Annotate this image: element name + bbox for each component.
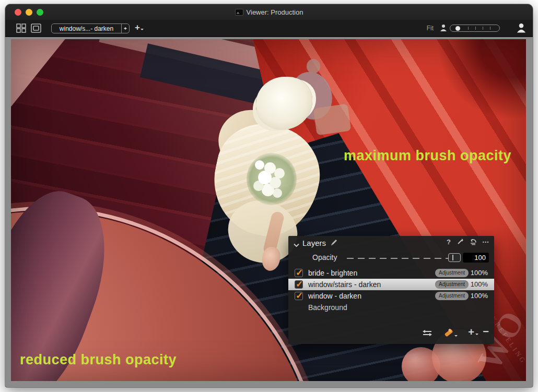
caret-down-icon xyxy=(475,334,478,337)
person-large-icon[interactable] xyxy=(516,22,527,33)
layers-panel-header: Layers ? ⋯ xyxy=(288,236,494,250)
grid-view-icon[interactable] xyxy=(16,23,27,33)
layer-name: bride - brighten xyxy=(308,269,357,277)
caret-down-icon xyxy=(141,29,144,32)
zoom-slider-ticks xyxy=(468,27,490,30)
viewer-window: Viewer: Production window/s...- darken +… xyxy=(5,4,533,387)
layer-row-background[interactable]: Background xyxy=(288,302,494,313)
layer-opacity: 100% xyxy=(471,269,488,277)
layers-panel: Layers ? ⋯ xyxy=(288,236,494,344)
eraser-icon[interactable] xyxy=(443,328,453,340)
copy-adjustments-icon[interactable] xyxy=(422,328,432,340)
window-title: Viewer: Production xyxy=(247,8,303,16)
active-layer-value: window/s...- darken xyxy=(52,25,121,32)
layer-row[interactable]: bride - brighten Adjustment 100% xyxy=(288,267,494,279)
layer-name: window/stairs - darken xyxy=(308,280,381,289)
caret-down-icon xyxy=(454,335,458,338)
fit-zoom-button[interactable]: Fit xyxy=(427,25,434,32)
layer-list: bride - brighten Adjustment 100% window/… xyxy=(288,267,494,313)
layer-name: window - darken xyxy=(308,292,361,300)
layer-visibility-checkbox[interactable] xyxy=(295,292,303,300)
zoom-button[interactable] xyxy=(37,9,43,16)
opacity-slider-handle[interactable] xyxy=(448,253,461,262)
detach-panel-icon[interactable] xyxy=(456,238,464,246)
add-layer-icon[interactable]: + xyxy=(468,326,474,338)
toolbar: window/s...- darken + Fit xyxy=(5,20,533,37)
opacity-value-field[interactable]: 100 xyxy=(463,253,489,263)
zoom-slider-knob[interactable] xyxy=(455,26,460,31)
layer-type-badge: Adjustment xyxy=(435,280,469,289)
layer-type-badge: Adjustment xyxy=(435,292,469,300)
person-small-icon[interactable] xyxy=(439,23,448,32)
layer-opacity: 100% xyxy=(471,280,488,288)
zoom-slider[interactable] xyxy=(450,25,500,32)
dropdown-stepper-icon xyxy=(121,24,129,33)
layer-row-selected[interactable]: window/stairs - darken Adjustment 100% xyxy=(288,279,494,290)
layer-type-badge: Adjustment xyxy=(435,269,469,277)
opacity-slider-track[interactable] xyxy=(347,258,455,259)
brush-pen-icon[interactable] xyxy=(330,239,337,246)
active-layer-dropdown[interactable]: window/s...- darken xyxy=(51,23,130,33)
remove-layer-icon[interactable]: − xyxy=(483,326,489,338)
more-options-icon[interactable]: ⋯ xyxy=(482,238,489,246)
annotation-reduced-brush-opacity: reduced brush opacity xyxy=(20,352,177,368)
layer-visibility-checkbox[interactable] xyxy=(295,269,303,277)
reset-adjustments-icon[interactable] xyxy=(469,238,477,246)
minimize-button[interactable] xyxy=(26,9,32,16)
layer-visibility-checkbox[interactable] xyxy=(295,280,303,289)
help-icon[interactable]: ? xyxy=(447,238,451,246)
title-bar: Viewer: Production xyxy=(5,4,533,20)
window-proxy-icon xyxy=(235,9,243,16)
layers-panel-title: Layers xyxy=(302,239,326,247)
layer-row[interactable]: window - darken Adjustment 100% xyxy=(288,290,494,302)
traffic-lights xyxy=(15,9,43,16)
opacity-row: Opacity 100 xyxy=(288,252,494,263)
annotation-maximum-brush-opacity: maximum brush opacity xyxy=(344,148,511,164)
chevron-down-icon[interactable] xyxy=(294,240,299,244)
viewer-mode-icon[interactable] xyxy=(30,23,42,33)
opacity-label: Opacity xyxy=(312,253,337,262)
add-adjustment-layer-button[interactable]: + xyxy=(135,22,140,33)
layer-opacity: 100% xyxy=(471,292,488,300)
close-button[interactable] xyxy=(15,9,21,16)
layers-panel-footer: + − xyxy=(288,327,494,340)
layer-name: Background xyxy=(308,303,347,312)
